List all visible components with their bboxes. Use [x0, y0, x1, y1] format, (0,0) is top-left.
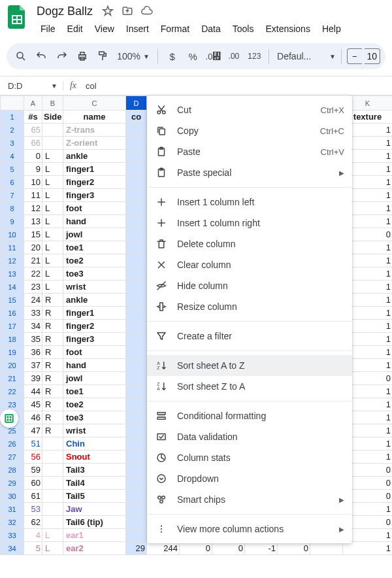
fontsize-decrease[interactable]: −	[347, 48, 362, 64]
header-cell[interactable]: co	[126, 110, 147, 124]
cell[interactable]: Z-orient	[63, 137, 126, 150]
cell[interactable]: 5	[24, 542, 42, 555]
cell[interactable]	[126, 503, 147, 516]
cell[interactable]: L	[42, 529, 63, 542]
cell[interactable]	[126, 398, 147, 411]
spreadsheet-grid[interactable]: ABCDEFGHIJK1#sSidenamecoptexture265Z-tra…	[0, 95, 392, 555]
menu-view[interactable]: View	[90, 21, 120, 37]
cell[interactable]: R	[42, 294, 63, 307]
cell[interactable]: 21	[24, 254, 42, 267]
move-icon[interactable]	[122, 5, 133, 17]
cell[interactable]	[126, 241, 147, 254]
cell[interactable]: Jaw	[63, 503, 126, 516]
cell[interactable]	[126, 189, 147, 202]
cell[interactable]: finger1	[63, 163, 126, 176]
row-header-15[interactable]: 15	[1, 294, 24, 307]
cell[interactable]: ankle	[63, 150, 126, 163]
cell[interactable]	[126, 254, 147, 267]
ctx-hide-column[interactable]: Hide column	[147, 275, 352, 296]
cell[interactable]: finger3	[63, 333, 126, 346]
cell[interactable]: finger2	[63, 320, 126, 333]
row-header-18[interactable]: 18	[1, 333, 24, 346]
cell[interactable]: L	[42, 280, 63, 294]
cell[interactable]: jowl	[63, 228, 126, 241]
row-header-3[interactable]: 3	[1, 137, 24, 150]
row-header-16[interactable]: 16	[1, 307, 24, 320]
row-header-34[interactable]: 34	[1, 542, 24, 555]
cell[interactable]: L	[42, 254, 63, 267]
ctx-clear-column[interactable]: Clear column	[147, 254, 352, 275]
cell[interactable]	[42, 464, 63, 477]
cell[interactable]: 37	[24, 359, 42, 372]
cell[interactable]: 34	[24, 320, 42, 333]
cell[interactable]	[126, 490, 147, 503]
row-header-19[interactable]: 19	[1, 346, 24, 359]
cell[interactable]	[126, 176, 147, 189]
cell[interactable]	[126, 124, 147, 137]
cell[interactable]: ear2	[63, 542, 126, 555]
cell[interactable]: L	[42, 241, 63, 254]
ctx-create-a-filter[interactable]: Create a filter	[147, 326, 352, 347]
cell[interactable]: 4	[24, 529, 42, 542]
cell[interactable]: L	[42, 150, 63, 163]
cell[interactable]: wrist	[63, 280, 126, 294]
row-header-10[interactable]: 10	[1, 228, 24, 241]
cell[interactable]: L	[42, 228, 63, 241]
cell[interactable]: ear1	[63, 529, 126, 542]
row-header-30[interactable]: 30	[1, 490, 24, 503]
row-header-2[interactable]: 2	[1, 124, 24, 137]
cell[interactable]: 59	[24, 464, 42, 477]
cell[interactable]: 0	[180, 542, 212, 555]
cell[interactable]: finger2	[63, 176, 126, 189]
currency-icon[interactable]: $	[163, 47, 181, 65]
cell[interactable]: 23	[24, 280, 42, 294]
corner-header[interactable]	[1, 96, 24, 110]
name-box[interactable]: D:D ▼	[0, 81, 63, 91]
cell[interactable]: R	[42, 307, 63, 320]
cell[interactable]	[42, 450, 63, 464]
cell[interactable]: finger1	[63, 307, 126, 320]
ctx-data-validation[interactable]: Data validation	[147, 426, 352, 447]
row-header-9[interactable]: 9	[1, 215, 24, 228]
row-header-29[interactable]: 29	[1, 477, 24, 490]
menu-file[interactable]: File	[35, 21, 61, 37]
cell[interactable]: R	[42, 359, 63, 372]
cell[interactable]: toe2	[63, 254, 126, 267]
cell[interactable]: Snout	[63, 450, 126, 464]
menu-tools[interactable]: Tools	[227, 21, 259, 37]
cell[interactable]: R	[42, 424, 63, 437]
redo-icon[interactable]	[53, 47, 71, 65]
row-header-22[interactable]: 22	[1, 385, 24, 398]
cell[interactable]: R	[42, 411, 63, 424]
cell[interactable]: Tail5	[63, 490, 126, 503]
row-header-26[interactable]: 26	[1, 437, 24, 450]
cell[interactable]: foot	[63, 202, 126, 215]
cell[interactable]: 15	[24, 228, 42, 241]
cell[interactable]: R	[42, 333, 63, 346]
search-icon[interactable]	[12, 47, 29, 65]
cell[interactable]: 10	[24, 176, 42, 189]
ctx-view-more-column-actions[interactable]: View more column actions▶	[147, 518, 352, 539]
cell[interactable]: R	[42, 346, 63, 359]
cell[interactable]: 46	[24, 411, 42, 424]
row-header-12[interactable]: 12	[1, 254, 24, 267]
header-cell[interactable]: Side	[42, 110, 63, 124]
cell[interactable]	[126, 215, 147, 228]
ctx-column-stats[interactable]: Column stats	[147, 447, 352, 468]
cell[interactable]: 62	[24, 516, 42, 529]
cell[interactable]: 244	[147, 542, 180, 555]
font-selector[interactable]: Defaul...	[274, 51, 327, 61]
cell[interactable]: hand	[63, 215, 126, 228]
row-header-31[interactable]: 31	[1, 503, 24, 516]
menu-format[interactable]: Format	[155, 21, 195, 37]
col-header-A[interactable]: A	[24, 96, 42, 110]
ctx-dropdown[interactable]: Dropdown	[147, 468, 352, 489]
cell[interactable]	[126, 385, 147, 398]
menu-extensions[interactable]: Extensions	[260, 21, 315, 37]
cell[interactable]	[42, 516, 63, 529]
cell[interactable]: 24	[24, 294, 42, 307]
row-header-8[interactable]: 8	[1, 202, 24, 215]
cell[interactable]: 45	[24, 398, 42, 411]
cell[interactable]: 47	[24, 424, 42, 437]
cell[interactable]: Tail6 (tip)	[63, 516, 126, 529]
